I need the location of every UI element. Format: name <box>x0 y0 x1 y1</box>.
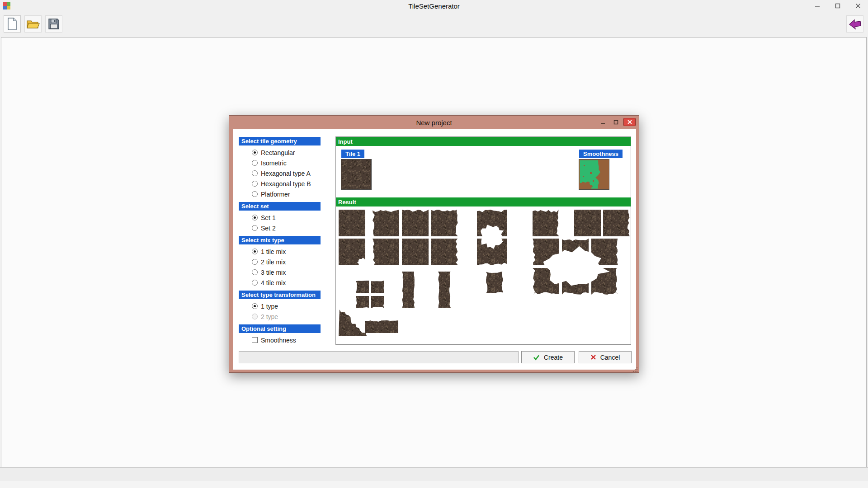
close-icon <box>855 3 861 9</box>
project-name-input[interactable] <box>239 351 519 363</box>
window-titlebar[interactable]: TileSetGenerator <box>0 0 868 12</box>
option-label: Hexagonal type A <box>261 170 311 177</box>
tile1-image[interactable] <box>341 160 371 189</box>
dialog-preview-panel: Input Tile 1 Smoothness Result <box>335 136 631 345</box>
maximize-icon <box>835 3 840 9</box>
dialog-content: Select tile geometryRectangularIsometric… <box>233 129 636 370</box>
section-header: Select type transformation <box>239 291 321 299</box>
smoothness-block: Smoothness <box>579 150 623 189</box>
settings-section: Select setSet 1Set 2 <box>239 202 321 233</box>
new-project-button[interactable] <box>4 15 21 33</box>
radio-option[interactable]: Isometric <box>239 158 321 168</box>
radio-icon <box>252 150 258 155</box>
app-icon-pixel <box>3 2 7 6</box>
radio-option[interactable]: Rectangular <box>239 147 321 158</box>
input-section-header: Input <box>336 137 631 146</box>
radio-icon <box>252 181 258 187</box>
smoothness-image[interactable] <box>579 160 609 189</box>
radio-option[interactable]: 1 type <box>239 301 321 311</box>
option-label: Platformer <box>261 191 290 198</box>
x-icon <box>590 354 596 360</box>
resize-grip[interactable] <box>632 366 638 372</box>
radio-option[interactable]: 4 tile mix <box>239 277 321 288</box>
option-label: Hexagonal type B <box>261 180 311 188</box>
minimize-icon <box>815 3 820 9</box>
radio-icon <box>252 215 258 221</box>
radio-option[interactable]: 3 tile mix <box>239 267 321 277</box>
cancel-button-label: Cancel <box>600 354 620 361</box>
radio-option: 2 type <box>239 311 321 322</box>
settings-section: Select type transformation1 type2 type <box>239 291 321 322</box>
dialog-controls <box>597 118 636 126</box>
radio-icon <box>252 259 258 265</box>
section-header: Select mix type <box>239 236 321 244</box>
radio-option[interactable]: Set 1 <box>239 212 321 223</box>
floppy-disk-icon <box>48 18 60 30</box>
radio-option[interactable]: Set 2 <box>239 223 321 233</box>
option-label: 3 tile mix <box>261 269 286 276</box>
radio-option[interactable]: Platformer <box>239 189 321 199</box>
blank-page-icon <box>7 18 18 30</box>
create-button[interactable]: Create <box>521 351 575 363</box>
dialog-maximize-button[interactable] <box>610 118 621 126</box>
new-project-dialog: New project Select tile geometryRectangu… <box>229 115 639 373</box>
radio-icon <box>252 303 258 309</box>
purple-arrow-icon <box>848 18 862 30</box>
window-title: TileSetGenerator <box>0 2 868 10</box>
option-label: 1 tile mix <box>261 248 286 255</box>
radio-icon <box>252 249 258 254</box>
open-project-button[interactable] <box>24 15 42 33</box>
section-header: Select tile geometry <box>239 137 321 145</box>
tile1-block: Tile 1 <box>341 150 371 189</box>
option-label: Rectangular <box>261 149 295 156</box>
checkbox-option[interactable]: Smoothness <box>239 335 321 345</box>
cancel-button[interactable]: Cancel <box>579 351 632 363</box>
dialog-left-panel: Select tile geometryRectangularIsometric… <box>239 137 321 348</box>
result-preview <box>336 206 631 344</box>
main-toolbar <box>0 12 868 36</box>
close-button[interactable] <box>848 0 868 12</box>
result-tileset-image <box>336 206 631 344</box>
save-project-button[interactable] <box>45 15 62 33</box>
option-label: 1 type <box>261 303 278 310</box>
app-icon-pixel <box>3 6 7 9</box>
create-button-label: Create <box>544 354 563 361</box>
section-header: Optional setting <box>239 324 321 333</box>
option-label: Set 2 <box>261 225 276 232</box>
dialog-title: New project <box>229 119 639 127</box>
radio-icon <box>252 170 258 176</box>
window-controls <box>807 0 868 12</box>
maximize-button[interactable] <box>827 0 848 12</box>
minimize-button[interactable] <box>807 0 827 12</box>
option-label: Isometric <box>261 160 287 167</box>
status-bar <box>0 467 868 480</box>
maximize-icon <box>613 120 618 125</box>
settings-section: Select tile geometryRectangularIsometric… <box>239 137 321 199</box>
app-icon-pixel <box>7 6 10 9</box>
open-folder-icon <box>26 19 40 29</box>
radio-icon <box>252 191 258 197</box>
option-label: 4 tile mix <box>261 279 286 286</box>
radio-option[interactable]: Hexagonal type B <box>239 178 321 189</box>
option-label: 2 tile mix <box>261 258 286 266</box>
dialog-minimize-button[interactable] <box>597 118 608 126</box>
app-icon <box>3 2 10 9</box>
result-section-header: Result <box>336 197 631 206</box>
arrow-tool-button[interactable] <box>846 15 863 33</box>
radio-option[interactable]: 2 tile mix <box>239 257 321 267</box>
radio-option[interactable]: Hexagonal type A <box>239 168 321 178</box>
option-label: 2 type <box>261 313 278 320</box>
input-section: Tile 1 Smoothness <box>336 146 631 197</box>
smoothness-label: Smoothness <box>579 150 623 158</box>
app-icon-pixel <box>7 2 10 6</box>
close-icon <box>627 120 632 124</box>
radio-icon <box>252 280 258 286</box>
radio-option[interactable]: 1 tile mix <box>239 246 321 257</box>
checkbox-icon <box>252 337 258 343</box>
dialog-close-button[interactable] <box>623 118 636 126</box>
section-header: Select set <box>239 202 321 211</box>
radio-icon <box>252 225 258 231</box>
check-icon <box>533 354 540 361</box>
settings-section: Optional settingSmoothness <box>239 324 321 345</box>
dialog-titlebar[interactable]: New project <box>229 116 639 129</box>
